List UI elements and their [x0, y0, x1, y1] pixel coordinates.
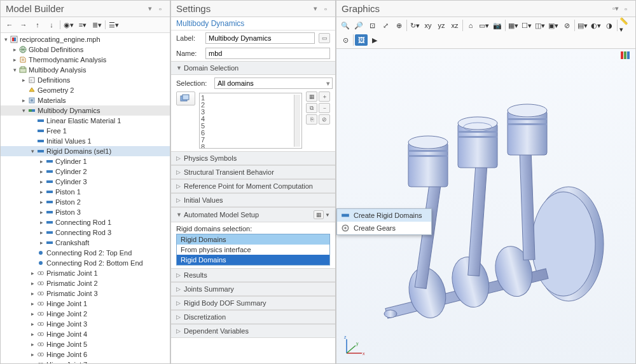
tree-node[interactable]: ▸Materials — [1, 95, 170, 105]
panel-detach-icon[interactable]: ▫ — [156, 4, 165, 13]
section-auto-setup[interactable]: ▼Automated Model Setup ▦ ▼ — [171, 207, 335, 222]
tree-node[interactable]: ▸Hinge Joint 1 — [1, 299, 170, 309]
tree-node[interactable]: ▾Rigid Domains (sel1) — [1, 146, 170, 156]
section-joints[interactable]: ▷Joints Summary — [171, 282, 335, 296]
tree-node[interactable]: Free 1 — [1, 126, 170, 136]
nav-down-button[interactable]: ↓ — [45, 19, 58, 30]
selection-activate-button[interactable] — [176, 91, 195, 105]
transparency-button[interactable]: ◐▾ — [590, 20, 602, 31]
tree-root[interactable]: ▾ reciprocating_engine.mph — [1, 34, 170, 44]
tree-node[interactable]: ▸Hinge Joint 2 — [1, 309, 170, 319]
collapse-button[interactable]: ≡▾ — [76, 19, 89, 30]
zoom-selected-button[interactable]: ⊕ — [392, 20, 405, 31]
select-union-button[interactable]: ◫▾ — [534, 20, 546, 31]
graphics-canvas[interactable]: z x y — [336, 49, 635, 363]
sel-paste-button[interactable]: ⎘ — [306, 114, 317, 125]
tree-node[interactable]: Connecting Rod 2: Top End — [1, 248, 170, 258]
dropdown-opt-rigid[interactable]: Rigid Domains — [177, 255, 329, 265]
name-input[interactable] — [205, 48, 330, 59]
tree-node[interactable]: ▸Hinge Joint 4 — [1, 329, 170, 339]
nav-fwd-button[interactable]: → — [17, 19, 30, 30]
sel-manual-button[interactable]: ▦ — [306, 91, 317, 102]
tree-node[interactable]: ▸Thermodynamic Analysis — [1, 55, 170, 65]
tree-node[interactable]: ▸Cylinder 1 — [1, 156, 170, 166]
tree-node[interactable]: ▸Piston 2 — [1, 197, 170, 207]
label-input[interactable] — [205, 32, 315, 44]
sel-clear-button[interactable]: ⊘ — [319, 114, 330, 125]
domain-list[interactable]: 123456789 — [199, 93, 302, 149]
section-transient[interactable]: ▷Structural Transient Behavior — [171, 165, 335, 179]
measure-button[interactable]: 📏▾ — [619, 20, 632, 31]
section-dof[interactable]: ▷Rigid Body DOF Summary — [171, 296, 335, 310]
view-yz-button[interactable]: yz — [435, 20, 448, 31]
graphics-menu-icon[interactable]: ▫▾ — [611, 4, 620, 13]
select-clear-button[interactable]: ⊘ — [560, 20, 573, 31]
label-edit-button[interactable]: ▭ — [319, 33, 330, 43]
tree-node[interactable]: ▾Multibody Analysis — [1, 65, 170, 75]
sel-add-button[interactable]: ＋ — [319, 91, 330, 102]
zoom-out-button[interactable]: 🔎 — [352, 20, 365, 31]
zoom-in-button[interactable]: 🔍 — [339, 20, 352, 31]
settings-detach-icon[interactable]: ▫ — [321, 4, 330, 13]
tree-node[interactable]: Linear Elastic Material 1 — [1, 116, 170, 126]
graphics-detach-icon[interactable]: ▫ — [621, 4, 630, 13]
select-box-button[interactable]: ☐▾ — [520, 20, 533, 31]
nav-up-button[interactable]: ↑ — [31, 19, 44, 30]
select-toggle-button[interactable]: ▣▾ — [547, 20, 560, 31]
section-disc[interactable]: ▷Discretization — [171, 310, 335, 324]
tree-node[interactable]: ▸Connecting Rod 3 — [1, 227, 170, 238]
tree-opts-button[interactable]: ☰▾ — [107, 19, 120, 30]
popup-create-gears[interactable]: Create Gears — [337, 222, 431, 234]
zoom-extents-button[interactable]: ⤢ — [379, 20, 392, 31]
selection-combo[interactable] — [214, 78, 333, 89]
animation-button[interactable]: ▶ — [368, 34, 381, 46]
select-domain-button[interactable]: ▦▾ — [507, 20, 520, 31]
tree-node[interactable]: ▸Prismatic Joint 2 — [1, 278, 170, 288]
tree-node[interactable]: ▸Piston 1 — [1, 187, 170, 197]
tree-node[interactable]: Connecting Rod 2: Bottom End — [1, 258, 170, 268]
section-physics-symbols[interactable]: ▷Physics Symbols — [171, 151, 335, 165]
tree-node[interactable]: ▸Connecting Rod 1 — [1, 217, 170, 227]
scrollbar[interactable] — [294, 95, 300, 147]
tree-node[interactable]: ▸Prismatic Joint 3 — [1, 288, 170, 299]
tree-node[interactable]: Initial Values 1 — [1, 136, 170, 146]
tree-node[interactable]: ▸Cylinder 3 — [1, 177, 170, 187]
popup-create-rigid[interactable]: Create Rigid Domains — [337, 209, 431, 222]
view-xy-button[interactable]: xy — [422, 20, 434, 31]
tree-node[interactable]: ▸Prismatic Joint 1 — [1, 268, 170, 278]
ortho-button[interactable]: ▭▾ — [478, 20, 490, 31]
default-view-button[interactable]: ⌂ — [464, 20, 477, 31]
tree-node[interactable]: ▸Crankshaft — [1, 238, 170, 248]
image-button[interactable]: 🖼 — [355, 34, 368, 46]
zoom-box-button[interactable]: ⊡ — [366, 20, 378, 31]
model-tree[interactable]: ▾ reciprocating_engine.mph ▸Global Defin… — [1, 33, 170, 363]
section-domain-selection[interactable]: ▼Domain Selection — [171, 61, 335, 75]
tree-node[interactable]: ▸≡Definitions — [1, 75, 170, 85]
auto-setup-action-button[interactable]: ▦ — [314, 210, 324, 219]
tree-node[interactable]: ▸Piston 3 — [1, 207, 170, 217]
view-xz-button[interactable]: xz — [448, 20, 461, 31]
section-results[interactable]: ▷Results — [171, 268, 335, 282]
dropdown-selected[interactable]: Rigid Domains — [177, 234, 329, 245]
tree-node[interactable]: ▸Hinge Joint 3 — [1, 319, 170, 329]
nav-back-button[interactable]: ← — [3, 19, 16, 30]
section-refpoint[interactable]: ▷Reference Point for Moment Computation — [171, 179, 335, 193]
settings-menu-icon[interactable]: ▾ — [311, 4, 320, 13]
rigid-domains-dropdown[interactable]: Rigid Domains From physics interface Rig… — [176, 234, 330, 266]
probe-button[interactable]: ⊙ — [339, 34, 352, 46]
tree-node[interactable]: ▸Hinge Joint 5 — [1, 339, 170, 349]
section-initial[interactable]: ▷Initial Values — [171, 193, 335, 207]
show-button[interactable]: ◉▾ — [62, 19, 75, 30]
tree-node[interactable]: ▸Hinge Joint 7 — [1, 360, 170, 363]
tree-node[interactable]: ▾Multibody Dynamics — [1, 105, 170, 116]
tree-node[interactable]: Geometry 2 — [1, 85, 170, 95]
tree-node[interactable]: ▸Hinge Joint 6 — [1, 349, 170, 360]
wireframe-button[interactable]: ▤▾ — [576, 20, 589, 31]
dropdown-opt-physics[interactable]: From physics interface — [177, 245, 329, 255]
rotate-button[interactable]: ↻▾ — [408, 20, 421, 31]
tree-node[interactable]: ▸Cylinder 2 — [1, 166, 170, 177]
panel-menu-icon[interactable]: ▾ — [146, 4, 155, 13]
camera-button[interactable]: 📷 — [491, 20, 504, 31]
sel-copy-button[interactable]: ⧉ — [306, 103, 317, 113]
auto-setup-dropdown-button[interactable]: ▼ — [325, 212, 330, 218]
